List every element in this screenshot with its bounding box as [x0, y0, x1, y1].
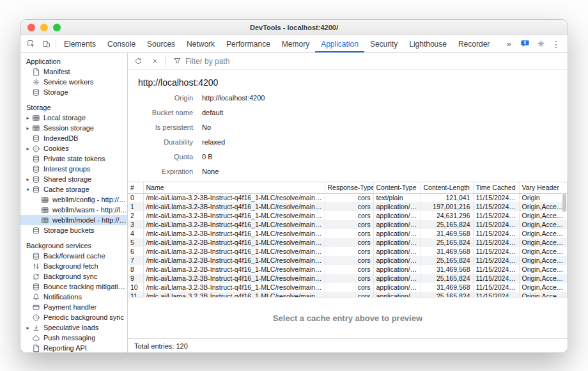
sidebar-item-back-forward-cache[interactable]: Back/forward cache	[20, 251, 127, 261]
device-toolbar-button[interactable]	[38, 35, 54, 52]
sidebar-item-speculative-loads[interactable]: ▸Speculative loads	[20, 322, 127, 333]
chevron-right-icon[interactable]: ▸	[24, 125, 31, 131]
maximize-window-button[interactable]	[53, 24, 61, 31]
table-row[interactable]: 8/mlc-ai/Llama-3.2-3B-Instruct-q4f16_1-M…	[128, 265, 568, 274]
chevron-down-icon[interactable]: ▾	[24, 187, 31, 193]
sidebar-item-label: Service workers	[43, 78, 127, 86]
cell-vary-header: Origin,Access…	[519, 274, 568, 283]
close-window-button[interactable]	[27, 24, 35, 31]
column-header-index[interactable]: #	[128, 182, 143, 193]
chevron-right-icon[interactable]: ▸	[24, 146, 31, 152]
column-header-vary-header[interactable]: Vary Header	[519, 182, 568, 193]
cell-name: /mlc-ai/Llama-3.2-3B-Instruct-q4f16_1-ML…	[143, 256, 325, 265]
tab-sources[interactable]: Sources	[141, 35, 181, 52]
table-row[interactable]: 11/mlc-ai/Llama-3.2-3B-Instruct-q4f16_1-…	[128, 292, 568, 297]
tab-label: Memory	[282, 40, 309, 49]
db-icon	[31, 252, 41, 260]
table-header-row: #NameResponse-TypeContent-TypeContent-Le…	[128, 182, 568, 193]
sidebar-item-reporting-api[interactable]: Reporting API	[20, 343, 127, 352]
db-icon	[31, 155, 41, 163]
tab-performance[interactable]: Performance	[220, 35, 276, 52]
sidebar-item-cookies[interactable]: ▸Cookies	[20, 143, 127, 154]
table-row[interactable]: 3/mlc-ai/Llama-3.2-3B-Instruct-q4f16_1-M…	[128, 220, 568, 229]
tab-console[interactable]: Console	[102, 35, 141, 52]
cell-response-type: cors	[325, 229, 373, 238]
sidebar-item-session-storage[interactable]: ▸Session storage	[20, 123, 127, 133]
tab-application[interactable]: Application	[315, 35, 364, 52]
cell-content-length: 31,469,568	[421, 283, 473, 292]
meta-label-bucket-name: Bucket name	[137, 109, 193, 116]
tab-memory[interactable]: Memory	[276, 35, 315, 52]
filter-input[interactable]: Filter by path	[169, 57, 233, 66]
tab-network[interactable]: Network	[181, 35, 220, 52]
sidebar-item-label: webllm/wasm - http://loca…	[52, 206, 127, 214]
sidebar-item-push-messaging[interactable]: Push messaging	[20, 333, 127, 343]
tab-label: Security	[370, 40, 398, 49]
cell-content-type: text/plain	[373, 193, 421, 202]
column-header-content-type[interactable]: Content-Type	[373, 182, 421, 193]
refresh-button[interactable]	[130, 53, 146, 69]
clock-icon	[31, 313, 41, 322]
tab-security[interactable]: Security	[364, 35, 403, 52]
sidebar-item-periodic-background-sync[interactable]: Periodic background sync	[20, 312, 127, 322]
table-row[interactable]: 4/mlc-ai/Llama-3.2-3B-Instruct-q4f16_1-M…	[128, 229, 568, 238]
sidebar-item-local-storage[interactable]: ▸Local storage	[20, 113, 127, 123]
table-row[interactable]: 1/mlc-ai/Llama-3.2-3B-Instruct-q4f16_1-M…	[128, 202, 568, 211]
cell-content-type: application/oc…	[373, 211, 421, 220]
table-row[interactable]: 6/mlc-ai/Llama-3.2-3B-Instruct-q4f16_1-M…	[128, 247, 568, 256]
minimize-window-button[interactable]	[40, 24, 48, 31]
tab-performance-insights[interactable]: Performance insights	[495, 35, 501, 52]
sidebar-item-bounce-tracking-mitigations[interactable]: Bounce tracking mitigations	[20, 281, 127, 292]
settings-button[interactable]	[533, 35, 548, 52]
kebab-menu-button[interactable]: ⋮	[548, 35, 564, 52]
column-header-name[interactable]: Name	[143, 182, 325, 193]
grid-icon	[40, 206, 50, 214]
tab-label: Recorder	[458, 40, 490, 49]
table-row[interactable]: 2/mlc-ai/Llama-3.2-3B-Instruct-q4f16_1-M…	[128, 211, 568, 220]
chevron-right-icon[interactable]: ▸	[24, 325, 31, 331]
sidebar-item-manifest[interactable]: Manifest	[20, 67, 127, 77]
delete-selected-button[interactable]	[147, 53, 162, 69]
table-row[interactable]: 0/mlc-ai/Llama-3.2-3B-Instruct-q4f16_1-M…	[128, 193, 568, 202]
sidebar-item-service-workers[interactable]: Service workers	[20, 77, 127, 87]
cell-content-length: 25,165,824	[421, 292, 473, 297]
column-header-content-length[interactable]: Content-Length	[421, 182, 473, 193]
sidebar-item-cache-storage[interactable]: ▾Cache storage	[20, 184, 127, 194]
chevron-right-icon[interactable]: ▸	[24, 177, 31, 182]
sidebar-item-notifications[interactable]: Notifications	[20, 292, 127, 302]
table-scrollbar[interactable]	[562, 194, 567, 296]
sidebar-item-webllm-wasm-http-loca[interactable]: webllm/wasm - http://loca…	[20, 205, 127, 215]
sidebar-section-title: Storage	[20, 102, 127, 113]
window-titlebar[interactable]: DevTools - localhost:4200/	[20, 20, 568, 35]
column-header-time-cached[interactable]: Time Cached	[473, 182, 519, 193]
column-header-response-type[interactable]: Response-Type	[325, 182, 373, 193]
sidebar-item-background-sync[interactable]: Background sync	[20, 271, 127, 281]
sidebar-item-private-state-tokens[interactable]: Private state tokens	[20, 154, 127, 164]
sidebar-item-webllm-model-http-loc[interactable]: webllm/model - http://loc…	[20, 215, 127, 225]
chevron-right-icon[interactable]: ▸	[24, 115, 31, 121]
feedback-button[interactable]: 3	[516, 35, 533, 52]
table-row[interactable]: 9/mlc-ai/Llama-3.2-3B-Instruct-q4f16_1-M…	[128, 274, 568, 283]
tab-lighthouse[interactable]: Lighthouse	[403, 35, 453, 52]
sidebar-section-storage: Storage▸Local storage▸Session storageInd…	[20, 102, 127, 235]
sidebar-item-webllm-config-http-loc[interactable]: webllm/config - http://loc…	[20, 194, 127, 205]
sidebar-item-indexeddb[interactable]: IndexedDB	[20, 133, 127, 143]
sidebar-item-storage[interactable]: Storage	[20, 87, 127, 97]
table-row[interactable]: 10/mlc-ai/Llama-3.2-3B-Instruct-q4f16_1-…	[128, 283, 568, 292]
table-row[interactable]: 7/mlc-ai/Llama-3.2-3B-Instruct-q4f16_1-M…	[128, 256, 568, 265]
sidebar-item-interest-groups[interactable]: Interest groups	[20, 164, 127, 174]
cell-time-cached: 11/15/2024, 10…	[473, 292, 519, 297]
meta-label-is-persistent: Is persistent	[137, 123, 193, 131]
sidebar-item-payment-handler[interactable]: Payment handler	[20, 302, 127, 312]
cell-time-cached: 11/15/2024, 10…	[473, 283, 519, 292]
sidebar-item-storage-buckets[interactable]: Storage buckets	[20, 225, 127, 235]
table-row[interactable]: 5/mlc-ai/Llama-3.2-3B-Instruct-q4f16_1-M…	[128, 238, 568, 247]
sidebar-item-background-fetch[interactable]: Background fetch	[20, 261, 127, 271]
sidebar-item-shared-storage[interactable]: ▸Shared storage	[20, 174, 127, 184]
more-panels-button[interactable]: »	[501, 35, 516, 52]
inspect-element-button[interactable]	[23, 35, 38, 52]
tab-elements[interactable]: Elements	[58, 35, 102, 52]
cell-content-type: application/oc…	[373, 220, 421, 229]
tab-recorder[interactable]: Recorder	[453, 35, 495, 52]
scrollbar-thumb[interactable]	[562, 194, 566, 212]
